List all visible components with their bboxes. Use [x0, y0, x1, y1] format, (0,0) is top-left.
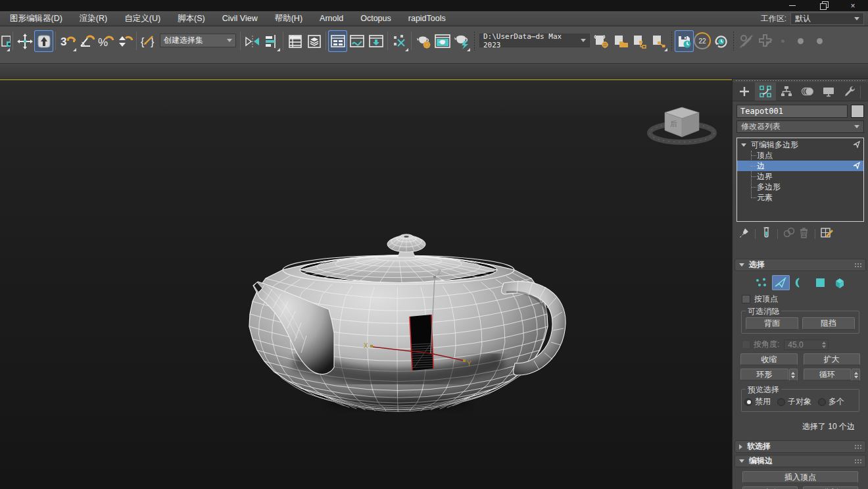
menu-civil-view[interactable]: Civil View: [214, 11, 266, 26]
material-editor-button[interactable]: [390, 30, 409, 52]
edit-named-selection-sets-button[interactable]: {}: [139, 30, 158, 52]
select-and-move-button[interactable]: [15, 30, 34, 52]
percent-snap-button[interactable]: %: [96, 30, 115, 52]
loop-spinner[interactable]: [852, 369, 860, 381]
angle-spinner[interactable]: [822, 342, 827, 348]
pin-stack-button[interactable]: [738, 226, 750, 241]
layer-explorer-button[interactable]: [304, 30, 324, 52]
restore-button[interactable]: [808, 0, 838, 11]
tab-display[interactable]: [818, 82, 839, 101]
rollout-title: 选择: [749, 259, 765, 270]
spinner-snap-button[interactable]: [115, 30, 134, 52]
rollout-grip-icon[interactable]: [854, 263, 861, 268]
menu-rendering[interactable]: 渲染(R): [71, 11, 116, 26]
loop-button[interactable]: 循环: [804, 369, 852, 380]
occlude-button[interactable]: 阻挡: [802, 317, 855, 330]
menu-customize[interactable]: 自定义(U): [116, 11, 169, 26]
subobject-element-button[interactable]: [831, 275, 849, 290]
subobject-vertex-button[interactable]: [752, 275, 770, 290]
close-button[interactable]: ×: [838, 0, 868, 11]
split-button[interactable]: 分割: [803, 486, 858, 489]
workspace-dropdown[interactable]: 默认: [790, 13, 864, 25]
remove-modifier-button[interactable]: [798, 226, 810, 241]
snaps-toggle-button[interactable]: 3: [58, 30, 77, 52]
stack-item-element[interactable]: 元素: [737, 192, 863, 203]
menu-scripting[interactable]: 脚本(S): [169, 11, 214, 26]
by-angle-checkbox[interactable]: [742, 340, 750, 349]
preview-off-radio[interactable]: [744, 398, 752, 406]
ribbon-toggle-button[interactable]: [328, 30, 347, 52]
tab-create[interactable]: [734, 82, 755, 101]
grow-button[interactable]: 扩大: [804, 353, 861, 365]
undo-history-button[interactable]: [711, 30, 730, 52]
clipped-toolbar-button[interactable]: [1, 30, 11, 52]
viewcube[interactable]: 后: [644, 99, 723, 150]
gizmo-z-handle[interactable]: [433, 276, 436, 278]
named-selection-set-combobox[interactable]: 创建选择集: [160, 34, 236, 47]
ring-button[interactable]: 环形: [740, 369, 788, 380]
rendered-frame-window-button[interactable]: [433, 30, 452, 52]
object-color-swatch[interactable]: [851, 105, 864, 118]
gizmo-x-handle[interactable]: [370, 345, 373, 347]
preview-subobject-radio[interactable]: [777, 398, 785, 406]
subobject-edge-button[interactable]: [772, 275, 790, 290]
expand-icon[interactable]: [741, 143, 746, 147]
show-end-result-button[interactable]: [760, 226, 773, 241]
stack-item-editable-poly[interactable]: 可编辑多边形: [737, 140, 863, 150]
stack-item-edge[interactable]: 边: [737, 161, 863, 171]
insert-vertex-button[interactable]: 插入顶点: [742, 471, 858, 483]
schematic-view-button[interactable]: [366, 30, 385, 52]
backface-button[interactable]: 背面: [746, 317, 798, 330]
perspective-viewport[interactable]: X Y Z 后: [0, 79, 732, 489]
scene-script-hierarchy-button[interactable]: [630, 30, 649, 52]
tab-utilities[interactable]: [839, 82, 860, 101]
scene-script-folder-button[interactable]: [611, 30, 630, 52]
select-object-button[interactable]: [34, 30, 53, 52]
angle-snap-button[interactable]: [77, 30, 96, 52]
stack-item-border[interactable]: 边界: [737, 171, 863, 182]
rollout-grip-icon[interactable]: [854, 444, 861, 450]
by-vertex-checkbox[interactable]: [742, 295, 750, 303]
preview-multi-radio[interactable]: [818, 398, 826, 406]
subobject-polygon-button[interactable]: [811, 275, 829, 290]
configure-modifier-sets-button[interactable]: [820, 226, 833, 241]
tab-hierarchy[interactable]: [776, 82, 797, 101]
edit-edges-rollout-header[interactable]: 编辑边: [735, 455, 866, 467]
scene-script-link-button[interactable]: [649, 30, 668, 52]
mirror-button[interactable]: [243, 30, 262, 52]
menu-arnold[interactable]: Arnold: [311, 11, 352, 26]
stack-item-polygon[interactable]: 多边形: [737, 182, 863, 192]
scene-script-gear-button[interactable]: [592, 30, 611, 52]
gizmo-y-handle[interactable]: [463, 359, 466, 362]
menu-octopus[interactable]: Octopus: [352, 11, 400, 26]
gizmo-y-label: Y: [467, 360, 471, 367]
render-production-button[interactable]: [452, 30, 471, 52]
tab-motion[interactable]: [797, 82, 818, 101]
align-button[interactable]: [262, 30, 281, 52]
tab-modify[interactable]: [755, 82, 776, 101]
render-setup-button[interactable]: [414, 30, 433, 52]
stack-item-vertex[interactable]: 顶点: [737, 150, 863, 161]
curve-editor-button[interactable]: [347, 30, 366, 52]
shrink-button[interactable]: 收缩: [740, 353, 798, 365]
autosave-toggle-button[interactable]: [675, 30, 694, 52]
remove-button[interactable]: 移除: [742, 486, 798, 489]
object-name-field[interactable]: [736, 105, 848, 118]
menu-help[interactable]: 帮助(H): [266, 11, 311, 26]
minimize-button[interactable]: [777, 0, 808, 11]
project-folder-combobox[interactable]: D:\UserData⋯ds Max 2023: [479, 34, 590, 47]
soft-selection-rollout-header[interactable]: 软选择: [735, 440, 866, 453]
scene-explorer-button[interactable]: [285, 30, 304, 52]
modifier-list-dropdown[interactable]: 修改器列表: [736, 120, 864, 133]
make-unique-button[interactable]: [783, 226, 796, 241]
stack-item-label: 边: [757, 161, 765, 172]
menu-rapidtools[interactable]: rapidTools: [400, 11, 454, 26]
ring-spinner[interactable]: [789, 369, 798, 381]
move-gizmo[interactable]: X Y Z: [0, 80, 732, 489]
modifier-stack: 可编辑多边形 顶点 边 边界 多边形 元素: [736, 138, 864, 222]
subobject-border-button[interactable]: [792, 275, 809, 290]
angle-value-field[interactable]: 45.0: [784, 340, 829, 350]
rollout-grip-icon[interactable]: [854, 459, 861, 464]
menu-graph-editors[interactable]: 图形编辑器(D): [1, 11, 71, 26]
selection-rollout-header[interactable]: 选择: [735, 259, 866, 271]
